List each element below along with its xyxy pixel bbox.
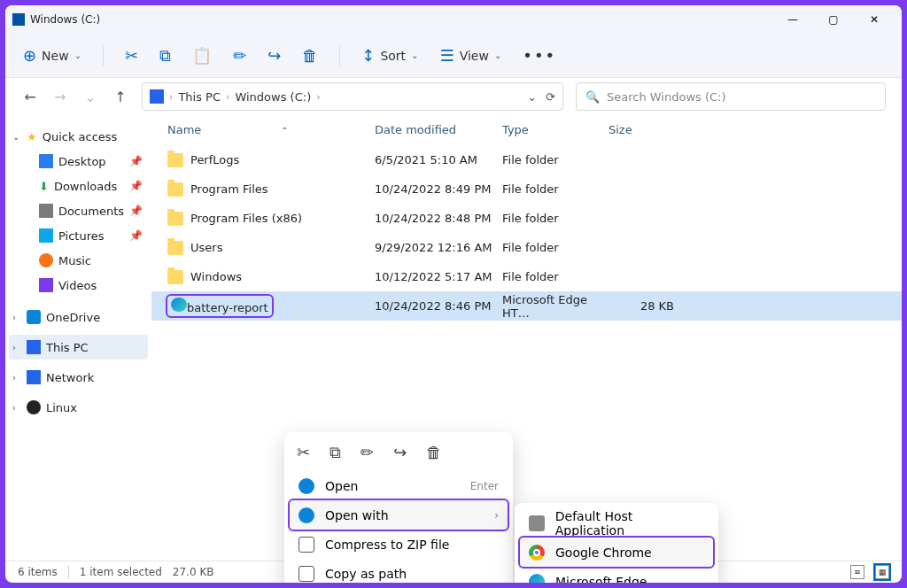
table-row[interactable]: Users9/29/2022 12:16 AMFile folder [151,233,902,262]
network-icon [27,370,41,384]
view-label: View [460,49,489,63]
more-icon[interactable]: ••• [523,46,556,65]
sidebar-this-pc[interactable]: ›This PC [9,335,148,360]
app-icon [529,515,545,531]
view-icons-button[interactable]: ▦ [875,565,889,579]
nav-back[interactable]: ← [21,89,39,105]
rename-icon[interactable]: ✏ [233,46,246,65]
status-selected: 1 item selected [80,566,162,578]
app-icon [529,545,545,561]
delete-icon[interactable]: 🗑 [302,46,318,65]
nav-recent[interactable]: ⌄ [81,89,99,105]
sidebar-item-videos[interactable]: Videos [9,273,148,298]
main-area: ⌄★Quick access Desktop📌 ⬇Downloads📌 Docu… [5,115,902,561]
ctx-compress[interactable]: Compress to ZIP file [290,530,508,559]
search-placeholder: Search Windows (C:) [607,90,726,104]
file-date: 6/5/2021 5:10 AM [375,153,502,166]
view-details-button[interactable]: ≡ [850,565,864,579]
titlebar: Windows (C:) — ▢ ✕ [5,5,902,34]
nav-forward[interactable]: → [51,89,69,105]
paste-icon[interactable]: 📋 [192,46,212,65]
openwith-default-host-application[interactable]: Default Host Application [520,508,713,538]
table-row[interactable]: Program Files (x86)10/24/2022 8:48 PMFil… [151,204,902,233]
window-title: Windows (C:) [30,13,100,26]
refresh-icon[interactable]: ⟳ [546,90,555,104]
ctx-rename-icon[interactable]: ✏ [360,443,374,462]
breadcrumb[interactable]: › This PC › Windows (C:) › ⌄⟳ [142,82,563,111]
ctx-delete-icon[interactable]: 🗑 [426,443,442,462]
sidebar-item-downloads[interactable]: ⬇Downloads📌 [9,174,148,198]
table-row[interactable]: Windows10/12/2022 5:17 AMFile folder [151,262,902,291]
openwith-microsoft-edge[interactable]: Microsoft Edge [520,567,713,583]
pin-icon: 📌 [129,155,143,167]
drive-icon [12,13,25,26]
file-date: 10/12/2022 5:17 AM [375,270,502,283]
col-name[interactable]: Name⌃ [151,123,375,136]
nav-up[interactable]: ↑ [112,89,129,105]
sort-asc-icon: ⌃ [281,126,288,135]
maximize-button[interactable]: ▢ [813,5,854,34]
ctx-cut-icon[interactable]: ✂ [297,443,310,462]
sidebar-network[interactable]: ›Network [9,365,148,390]
cloud-icon [27,310,41,324]
minimize-button[interactable]: — [772,5,813,34]
sort-label: Sort [380,49,406,63]
table-row[interactable]: PerfLogs6/5/2021 5:10 AMFile folder [151,145,902,174]
ctx-open[interactable]: OpenEnter [290,471,508,500]
cut-icon[interactable]: ✂ [125,46,138,65]
sidebar-item-desktop[interactable]: Desktop📌 [9,149,148,174]
share-icon[interactable]: ↪ [267,46,281,65]
file-name: PerfLogs [151,153,375,167]
sidebar-item-music[interactable]: Music [9,248,148,273]
col-type[interactable]: Type [502,123,609,136]
file-size: 28 KB [609,299,674,313]
file-date: 10/24/2022 8:48 PM [375,212,502,225]
file-type: File folder [502,212,609,225]
chevron-right-icon: › [494,509,499,522]
sidebar-onedrive[interactable]: ›OneDrive [9,305,148,329]
col-size[interactable]: Size [609,123,674,136]
file-type: Microsoft Edge HT… [502,293,609,320]
sidebar-item-pictures[interactable]: Pictures📌 [9,223,148,248]
file-name: Windows [151,270,375,284]
openwith-google-chrome[interactable]: Google Chrome [520,538,713,567]
drive-breadcrumb-icon [150,89,164,104]
ctx-share-icon[interactable]: ↪ [393,443,407,462]
toolbar: ⊕New⌄ ✂ ⧉ 📋 ✏ ↪ 🗑 ↕Sort⌄ ☰View⌄ ••• [5,34,902,78]
file-type: File folder [502,182,609,196]
table-row[interactable]: Program Files10/24/2022 8:49 PMFile fold… [151,174,902,204]
ctx-copy-icon[interactable]: ⧉ [329,443,341,462]
open-icon [298,478,314,494]
crumb-drive[interactable]: Windows (C:) [235,90,311,104]
sort-button[interactable]: ↕Sort⌄ [361,46,418,65]
sidebar-item-documents[interactable]: Documents📌 [9,198,148,223]
view-button[interactable]: ☰View⌄ [440,46,502,65]
file-type: File folder [502,270,609,283]
history-chev-icon[interactable]: ⌄ [527,90,537,104]
table-row[interactable]: battery-report10/24/2022 8:46 PMMicrosof… [151,291,902,321]
sidebar: ⌄★Quick access Desktop📌 ⬇Downloads📌 Docu… [5,115,151,561]
crumb-thispc[interactable]: This PC [178,90,221,104]
status-count: 6 items [18,566,58,578]
ctx-copy-path[interactable]: Copy as path [290,559,508,583]
linux-icon [27,400,41,414]
close-button[interactable]: ✕ [854,5,895,34]
videos-icon [39,278,53,292]
file-type: File folder [502,153,609,166]
pictures-icon [39,228,53,243]
ctx-open-with[interactable]: Open with› [290,500,508,530]
file-date: 10/24/2022 8:46 PM [375,299,502,313]
nav-row: ← → ⌄ ↑ › This PC › Windows (C:) › ⌄⟳ 🔍S… [5,78,902,115]
file-name: Program Files [151,182,375,197]
sidebar-linux[interactable]: ›Linux [9,395,148,420]
new-button[interactable]: ⊕New⌄ [23,46,81,65]
col-date[interactable]: Date modified [375,123,502,136]
file-name: Users [151,241,375,255]
list-pane: Name⌃ Date modified Type Size PerfLogs6/… [151,115,902,561]
sidebar-quick-access[interactable]: ⌄★Quick access [9,124,148,149]
desktop-icon [39,154,53,168]
new-label: New [42,49,69,63]
copy-icon[interactable]: ⧉ [159,46,171,66]
search-input[interactable]: 🔍Search Windows (C:) [576,82,886,111]
file-explorer-window: Windows (C:) — ▢ ✕ ⊕New⌄ ✂ ⧉ 📋 ✏ ↪ 🗑 ↕So… [5,5,902,583]
